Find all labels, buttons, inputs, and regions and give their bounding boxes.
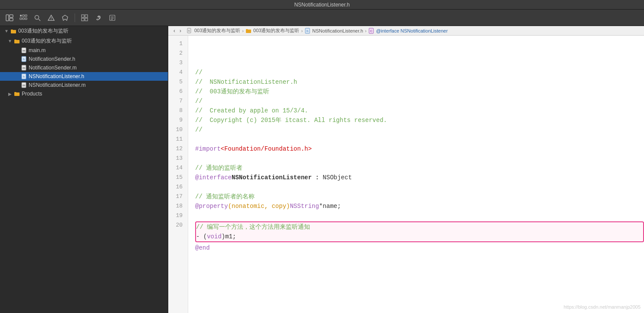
breadcrumb-forward[interactable]: › [178,27,183,34]
main-layout: 003通知的发布与监听003通知的发布与监听mmain.mhNotificati… [0,26,644,313]
code-line-19: @end [195,243,644,253]
sidebar-item-label: 003通知的发布与监听 [18,27,69,35]
title-bar-text: NSNotificationListener.h [294,2,350,8]
line-number-13: 13 [168,154,188,163]
grid-icon[interactable] [78,12,91,24]
code-line-7: // [195,125,644,135]
sidebar-item-label: main.m [29,47,46,53]
sidebar-item-label: NSNotificationListener.m [29,82,85,88]
line-number-4: 4 [168,68,188,77]
sidebar-item-label: NotificationSender.h [29,56,75,62]
svg-rect-7 [23,18,24,20]
line-number-14: 14 [168,163,188,173]
sidebar-item-label: 003通知的发布与监听 [22,37,72,45]
search-icon[interactable] [31,12,43,24]
svg-text:h: h [307,29,308,32]
line-number-12: 12 [168,144,188,154]
project-icon [10,28,16,34]
code-line-18: - (void)m1; [196,232,643,241]
line-number-7: 7 [168,96,188,106]
breadcrumb-file-icon: h [186,28,193,34]
bookmark-icon[interactable] [59,12,71,24]
folder-icon [14,38,20,44]
svg-rect-15 [82,15,84,17]
line-number-3: 3 [168,58,188,68]
code-line-15: @property (nonatomic, copy) NSString *na… [195,201,644,211]
memo-icon[interactable] [106,12,118,24]
editor-area: ‹ › h 003通知的发布与监听 › 003通知的发布与监听 › h NSNo… [168,26,644,313]
code-line-16 [195,211,644,221]
warning-icon[interactable] [45,12,57,24]
code-line-5: // Created by apple on 15/3/4. [195,106,644,115]
toolbar-separator-1 [75,13,75,22]
breadcrumb-back[interactable]: ‹ [172,27,177,34]
sidebar-item-notification-sender-h[interactable]: hNotificationSender.h [0,55,168,63]
m-icon: m [21,65,27,71]
code-line-20 [195,253,644,262]
navigator-icon[interactable] [3,12,16,24]
line-number-8: 8 [168,106,188,115]
sidebar-item-folder-main[interactable]: 003通知的发布与监听 [0,36,168,46]
svg-text:m: m [23,66,25,69]
sidebar: 003通知的发布与监听003通知的发布与监听mmain.mhNotificati… [0,26,168,313]
svg-text:C: C [370,29,373,32]
svg-rect-18 [85,18,88,21]
line-number-1: 1 [168,39,188,49]
sidebar-item-ns-notification-listener-m[interactable]: mNSNotificationListener.m [0,81,168,89]
svg-point-9 [35,15,39,19]
line-number-16: 16 [168,182,188,192]
line-number-19: 19 [168,211,188,221]
code-editor[interactable]: 1234567891011121314151617181920 //// NSN… [168,36,644,313]
hierarchy-icon[interactable] [17,12,29,24]
svg-text:h: h [188,30,190,32]
svg-rect-0 [6,15,9,21]
line-number-2: 2 [168,49,188,58]
svg-text:h: h [23,75,25,78]
line-number-11: 11 [168,135,188,144]
code-content[interactable]: //// NSNotificationListener.h// 003通知的发布… [188,36,644,313]
sidebar-item-label: Products [22,91,42,97]
line-number-6: 6 [168,87,188,96]
svg-marker-14 [62,15,68,20]
sidebar-item-products[interactable]: Products [0,89,168,98]
code-line-4: // [195,96,644,106]
svg-point-13 [51,19,52,20]
sidebar-item-main-m[interactable]: mmain.m [0,46,168,55]
m-icon: m [21,82,27,88]
breadcrumb-nav: ‹ › [172,27,183,34]
breadcrumb-item-3[interactable]: NSNotificationListener.h [312,28,363,33]
link-icon[interactable] [92,12,105,24]
line-number-15: 15 [168,173,188,182]
title-bar: NSNotificationListener.h [0,0,644,10]
line-number-20: 20 [168,221,188,230]
breadcrumb-interface-icon: C [368,28,374,34]
line-number-5: 5 [168,77,188,87]
sidebar-item-label: NotificationSender.m [29,65,77,71]
code-line-10 [195,154,644,163]
code-line-12: @interface NSNotificationListener : NSOb… [195,173,644,182]
breadcrumb-item-1[interactable]: 003通知的发布与监听 [194,27,240,34]
sidebar-item-ns-notification-listener-h[interactable]: hNSNotificationListener.h [0,72,168,81]
sidebar-tree: 003通知的发布与监听003通知的发布与监听mmain.mhNotificati… [0,26,168,313]
code-line-13 [195,182,644,192]
code-line-3: // 003通知的发布与监听 [195,87,644,96]
code-line-1: // [195,68,644,77]
breadcrumb-item-4[interactable]: @interface NSNotificationListener [376,28,448,33]
line-number-10: 10 [168,125,188,135]
svg-text:m: m [23,84,25,87]
svg-rect-8 [25,18,27,20]
breadcrumb-item-2[interactable]: 003通知的发布与监听 [253,27,299,34]
highlight-box: // 编写一个方法，这个方法用来监听通知- (void)m1; [195,221,644,242]
code-line-2: // NSNotificationListener.h [195,77,644,87]
svg-rect-5 [25,15,27,16]
sidebar-item-project-root[interactable]: 003通知的发布与监听 [0,26,168,36]
svg-line-10 [39,19,40,21]
breadcrumb-bar: ‹ › h 003通知的发布与监听 › 003通知的发布与监听 › h NSNo… [168,26,644,36]
svg-text:h: h [23,58,25,61]
code-line-17: // 编写一个方法，这个方法用来监听通知 [196,222,643,232]
line-number-9: 9 [168,115,188,125]
sidebar-item-notification-sender-m[interactable]: mNotificationSender.m [0,63,168,72]
svg-rect-17 [82,18,84,21]
svg-text:m: m [23,49,25,52]
code-line-11: // 通知的监听者 [195,163,644,173]
